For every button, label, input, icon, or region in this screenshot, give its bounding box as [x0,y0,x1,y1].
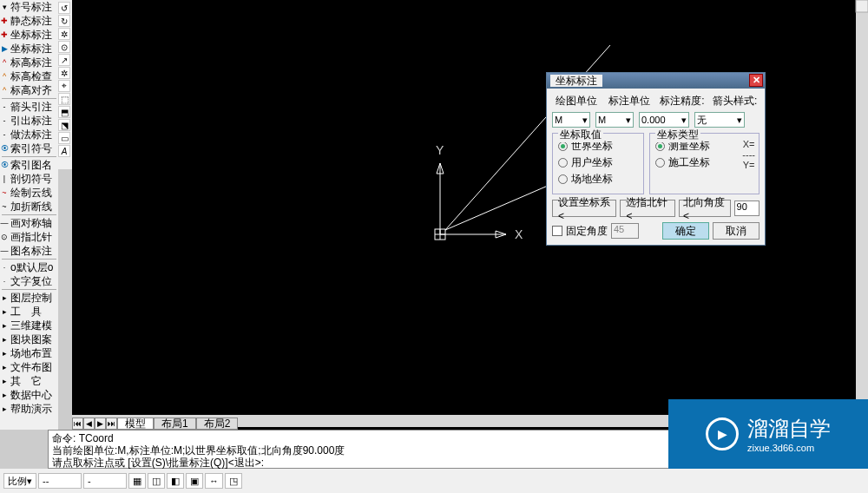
tool-icon[interactable]: ✲ [58,28,70,40]
status-v2: - [83,473,127,489]
sidebar: ▾符号标注 ✚静态标注 ✚坐标标注 ▶坐标标注 ^标高标注 ^标高检查 ^标高对… [0,0,58,430]
sidebar-item[interactable]: ⦿索引符号 [0,141,58,155]
sidebar-item[interactable]: ▸图块图案 [0,332,58,346]
select-arrow-style[interactable]: 无▾ [694,112,745,128]
sidebar-item[interactable]: ·o默认层o [0,260,58,274]
sidebar-item[interactable]: ▸场地布置 [0,346,58,360]
north-angle-label[interactable]: 北向角度< [679,200,731,217]
header-label-unit: 标注单位 [605,94,654,108]
status-toggle[interactable]: ▦ [128,473,146,489]
tool-icon[interactable]: ⬔ [58,119,70,131]
group-coord-type: 坐标类型 [655,128,700,142]
sidebar-item[interactable]: ▸文件布图 [0,360,58,374]
close-icon[interactable]: ✕ [749,74,763,87]
tool-icon[interactable]: A [58,145,70,157]
btn-pick-north[interactable]: 选指北针< [620,200,675,217]
tab-nav-first[interactable]: ⏮ [72,417,83,430]
dialog-title: 坐标标注 [550,75,602,87]
sidebar-item[interactable]: ▸数据中心 [0,388,58,402]
select-label-unit[interactable]: M▾ [595,112,634,128]
btn-set-coord-sys[interactable]: 设置坐标系< [552,200,616,217]
sidebar-item[interactable]: ▶坐标标注 [0,42,58,56]
sidebar-item[interactable]: ⊙画指北针 [0,230,58,244]
watermark: ▶ 溜溜自学 zixue.3d66.com [668,399,868,469]
sidebar-item[interactable]: ▸帮助演示 [0,402,58,416]
dialog-titlebar[interactable]: 坐标标注 ✕ [547,73,765,89]
tab-layout1[interactable]: 布局1 [154,417,196,430]
coordinate-dialog: 坐标标注 ✕ 绘图单位 标注单位 标注精度: 箭头样式: M▾ M▾ 0.000… [546,72,766,246]
cancel-button[interactable]: 取消 [713,222,760,240]
tool-icon[interactable]: ✲ [58,67,70,79]
sidebar-item[interactable]: ^标高标注 [0,56,58,69]
svg-rect-9 [856,0,868,415]
sidebar-item[interactable]: ▸三维建模 [0,319,58,332]
sidebar-item[interactable]: -做法标注 [0,128,58,141]
status-toggle[interactable]: ◫ [148,473,165,489]
tab-layout2[interactable]: 布局2 [196,417,239,430]
svg-rect-10 [856,0,868,12]
header-arrow: 箭头样式: [710,94,760,108]
select-precision[interactable]: 0.000▾ [639,112,689,128]
sidebar-item[interactable]: ✚静态标注 [0,14,58,28]
tab-nav-prev[interactable]: ◀ [83,417,95,430]
select-draw-unit[interactable]: M▾ [552,112,590,128]
sidebar-item[interactable]: -箭头引注 [0,100,58,114]
sidebar-item[interactable]: —画对称轴 [0,216,58,230]
tool-icon[interactable]: ▭ [58,132,70,144]
ok-button[interactable]: 确定 [662,222,709,240]
status-v1: -- [38,473,82,489]
status-ratio[interactable]: 比例▾ [3,473,36,489]
status-toggle[interactable]: ↔ [205,473,223,489]
sidebar-item[interactable]: ⦿索引图名 [0,158,58,172]
radio-user-coord[interactable]: 用户坐标 [558,155,638,170]
sidebar-item[interactable]: ^标高检查 [0,69,58,83]
axis-label-y: Y [436,143,444,157]
tool-icon[interactable]: ↗ [58,54,70,66]
tab-nav-last[interactable]: ⏭ [106,417,117,430]
tool-icon[interactable]: ⌖ [58,80,70,92]
tool-icon[interactable]: ⬒ [58,106,70,118]
watermark-url: zixue.3d66.com [747,443,831,453]
sidebar-item[interactable]: ▸其 它 [0,374,58,388]
sidebar-item[interactable]: ▾符号标注 [0,0,58,14]
sidebar-item[interactable]: -引出标注 [0,114,58,128]
sidebar-item[interactable]: ✚坐标标注 [0,28,58,42]
vertical-icon-toolbar: ↺ ↻ ✲ ⊙ ↗ ✲ ⌖ ⬚ ⬒ ⬔ ▭ A [58,0,72,169]
tool-icon[interactable]: ⊙ [58,41,70,53]
status-bar: 比例▾ -- - ▦ ◫ ◧ ▣ ↔ ◳ [0,469,868,493]
play-icon: ▶ [706,417,739,450]
status-toggle[interactable]: ◧ [167,473,184,489]
sidebar-item[interactable]: ▸工 具 [0,305,58,319]
tool-icon[interactable]: ↺ [58,2,70,14]
check-fixed-angle[interactable]: 固定角度 [552,224,608,239]
fixed-angle-input[interactable]: 45 [611,223,639,239]
north-angle-input[interactable]: 90 [734,200,760,216]
sidebar-item[interactable]: |剖切符号 [0,172,58,186]
header-draw-unit: 绘图单位 [552,94,602,108]
radio-construction-coord[interactable]: 施工坐标 [655,155,753,170]
status-toggle[interactable]: ▣ [186,473,203,489]
tab-model[interactable]: 模型 [117,417,154,430]
tool-icon[interactable]: ↻ [58,15,70,27]
sidebar-item[interactable]: ▸图层控制 [0,291,58,305]
watermark-brand: 溜溜自学 [747,417,831,440]
axis-label-x: X [515,227,523,241]
status-toggle[interactable]: ◳ [225,473,242,489]
sidebar-item[interactable]: ^标高对齐 [0,83,58,97]
sidebar-item[interactable]: ~加折断线 [0,200,58,214]
layout-tabs: ⏮ ◀ ▶ ⏭ 模型 布局1 布局2 [72,417,238,431]
tool-icon[interactable]: ⬚ [58,93,70,105]
format-sample: X= ---- Y= [742,139,755,170]
group-coord-value: 坐标取值 [558,128,603,142]
sidebar-item[interactable]: ~绘制云线 [0,186,58,200]
tab-nav-next[interactable]: ▶ [95,417,106,430]
sidebar-item[interactable]: —图名标注 [0,244,58,258]
sidebar-item[interactable]: ·文字复位 [0,274,58,288]
radio-site-coord[interactable]: 场地坐标 [558,172,638,187]
header-precision: 标注精度: [658,94,707,108]
